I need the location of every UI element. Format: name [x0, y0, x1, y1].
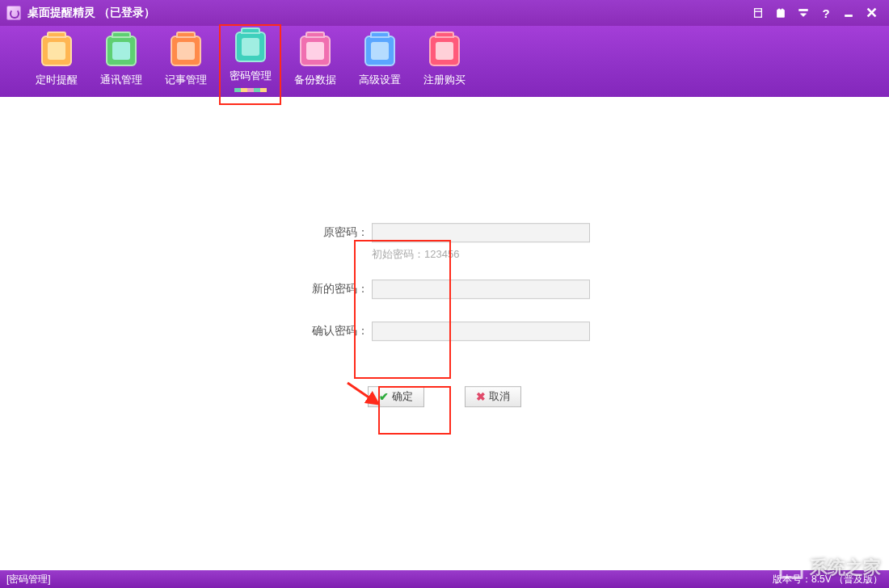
statusbar: [密码管理] 版本号：8.5V （普及版）	[0, 570, 889, 588]
contacts-icon	[106, 36, 137, 66]
toolbar-label: 备份数据	[294, 73, 336, 87]
confirm-password-input[interactable]	[372, 321, 590, 341]
toolbar-item-settings[interactable]: 高级设置	[348, 32, 412, 90]
watermark: 系统之家	[777, 556, 881, 580]
toolbar-item-notes[interactable]: 记事管理	[154, 32, 218, 90]
settings-icon	[364, 36, 395, 66]
timer-icon	[41, 36, 72, 66]
watermark-text: 系统之家	[810, 556, 881, 580]
titlebar: 桌面提醒精灵 （已登录） ? ✕	[0, 0, 889, 26]
minimize-button[interactable]	[837, 4, 860, 22]
statusbar-left: [密码管理]	[6, 573, 51, 586]
toolbar: 定时提醒通讯管理记事管理密码管理备份数据高级设置注册购买	[0, 26, 889, 97]
x-icon: ✖	[476, 390, 486, 403]
form-buttons: ✔ 确定 ✖ 取消	[299, 386, 590, 407]
confirm-password-row: 确认密码：	[299, 321, 590, 341]
close-button[interactable]: ✕	[860, 4, 883, 22]
password-icon	[235, 32, 266, 62]
active-indicator	[234, 88, 267, 92]
password-hint: 初始密码：123456	[372, 247, 590, 262]
toolbar-item-contacts[interactable]: 通讯管理	[89, 32, 154, 90]
confirm-password-label: 确认密码：	[299, 324, 372, 338]
content-area: 原密码： 初始密码：123456 新的密码： 确认密码： ✔ 确定 ✖ 取消	[0, 97, 889, 570]
house-icon	[777, 556, 805, 579]
toolbar-item-backup[interactable]: 备份数据	[283, 32, 348, 90]
backup-icon	[300, 36, 331, 66]
old-password-row: 原密码：	[299, 223, 590, 242]
toolbar-label: 记事管理	[165, 73, 207, 87]
svg-rect-0	[755, 9, 762, 18]
check-icon: ✔	[379, 390, 389, 403]
purchase-icon	[429, 36, 460, 66]
notes-icon	[171, 36, 201, 66]
toolbar-label: 定时提醒	[36, 73, 78, 87]
toolbar-label: 注册购买	[423, 73, 466, 87]
new-password-input[interactable]	[372, 279, 590, 299]
cancel-button-label: 取消	[489, 389, 510, 404]
ok-button[interactable]: ✔ 确定	[368, 386, 424, 407]
cancel-button[interactable]: ✖ 取消	[465, 386, 521, 407]
toolbar-item-purchase[interactable]: 注册购买	[412, 32, 477, 90]
new-password-row: 新的密码：	[299, 279, 590, 299]
toolbar-label: 高级设置	[359, 73, 401, 87]
toolbar-item-timer[interactable]: 定时提醒	[24, 32, 89, 90]
menu-dropdown-icon[interactable]	[792, 4, 815, 22]
skin-icon[interactable]	[769, 4, 792, 22]
lock-icon[interactable]	[747, 4, 769, 22]
svg-rect-2	[799, 10, 808, 11]
password-form: 原密码： 初始密码：123456 新的密码： 确认密码： ✔ 确定 ✖ 取消	[299, 223, 590, 407]
svg-point-4	[796, 562, 801, 567]
app-icon	[6, 6, 21, 20]
ok-button-label: 确定	[392, 389, 413, 404]
toolbar-label: 通讯管理	[100, 73, 142, 87]
old-password-label: 原密码：	[299, 225, 372, 240]
help-icon[interactable]: ?	[815, 4, 837, 22]
toolbar-label: 密码管理	[230, 69, 272, 83]
new-password-label: 新的密码：	[299, 282, 372, 296]
toolbar-item-password[interactable]: 密码管理	[218, 28, 283, 95]
old-password-input[interactable]	[372, 223, 590, 242]
svg-rect-3	[845, 15, 853, 17]
window-title: 桌面提醒精灵 （已登录）	[27, 6, 155, 20]
